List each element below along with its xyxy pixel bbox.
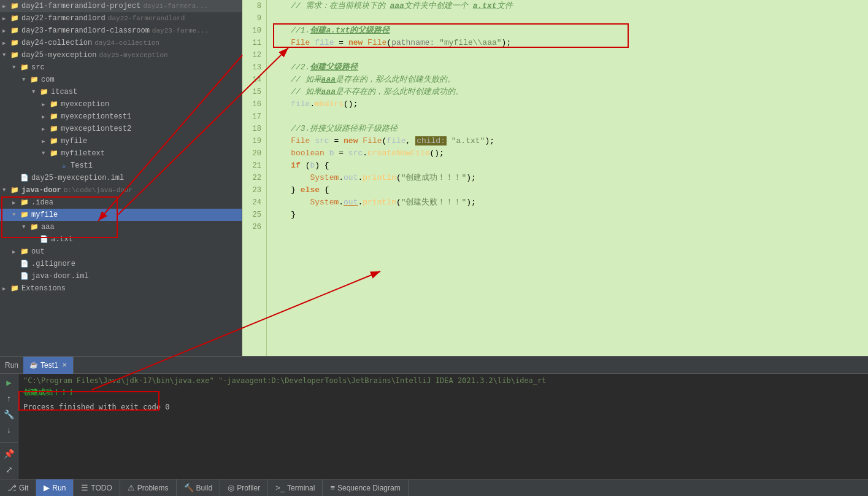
tree-arrow: ▶ [12, 273, 20, 280]
tree-item-day23[interactable]: ▶ 📁 day23-farmerandlord-classroom day23-… [0, 25, 242, 37]
status-profiler[interactable]: ◎ Profiler [220, 479, 268, 496]
tree-item-myexception[interactable]: ▶ 📁 myexception [0, 98, 242, 110]
tree-item-day22[interactable]: ▶ 📁 day22-farmerandlord day22-farmerandl… [0, 12, 242, 25]
tree-item-idea[interactable]: ▶ 📁 .idea [0, 196, 242, 209]
code-line-9 [272, 12, 863, 25]
scroll-up-button[interactable]: ↑ [2, 392, 16, 406]
tree-label: day24-collection [21, 39, 92, 47]
tree-arrow: ▶ [42, 126, 49, 133]
tree-item-day21[interactable]: ▶ 📁 day21-farmerandlord-project day21-fa… [0, 0, 242, 12]
tree-item-test1[interactable]: ▶ ☕ Test1 [0, 160, 242, 172]
tree-item-javadoor[interactable]: ▼ 📁 java-door D:\code\java-door [0, 184, 242, 196]
output-cmd-line: "C:\Program Files\Java\jdk-17\bin\java.e… [23, 376, 863, 385]
tree-label: day25-myexception.iml [31, 174, 124, 182]
build-icon: 🔨 [184, 483, 194, 492]
status-build-label: Build [196, 484, 213, 492]
tree-hint: day22-farmerandlord [108, 15, 185, 22]
tree-item-src[interactable]: ▼ 📁 src [0, 61, 242, 74]
tree-item-day24[interactable]: ▶ 📁 day24-collection day24-collection [0, 37, 242, 49]
status-problems-label: Problems [137, 484, 169, 492]
folder-icon: 📁 [20, 63, 29, 72]
tree-arrow: ▶ [32, 236, 39, 243]
tree-label: myexceptiontest1 [61, 112, 131, 121]
tree-arrow: ▼ [22, 77, 29, 83]
tree-item-myfile-day25[interactable]: ▶ 📁 myfile [0, 135, 242, 147]
tree-label: day25-myexception [21, 51, 96, 60]
tree-item-myexceptiontest1[interactable]: ▶ 📁 myexceptiontest1 [0, 110, 242, 123]
file-tree: ▶ 📁 day21-farmerandlord-project day21-fa… [0, 0, 242, 356]
status-terminal[interactable]: >_ Terminal [268, 479, 323, 496]
status-run[interactable]: ▶ Run [36, 479, 74, 496]
status-todo-label: TODO [91, 484, 112, 492]
tree-item-itcast[interactable]: ▼ 📁 itcast [0, 86, 242, 98]
tree-arrow: ▼ [12, 64, 20, 71]
tree-item-myexceptiontest2[interactable]: ▶ 📁 myexceptiontest2 [0, 123, 242, 135]
tree-item-com[interactable]: ▼ 📁 com [0, 74, 242, 86]
status-run-label: Run [52, 484, 66, 492]
tree-label: java-door.iml [31, 272, 89, 281]
tree-hint: day23-farme... [152, 27, 209, 34]
folder-icon: 📁 [10, 284, 20, 293]
scroll-down-button[interactable]: ↓ [2, 424, 16, 437]
status-sequence[interactable]: ≡ Sequence Diagram [323, 479, 408, 496]
tree-label: day21-farmerandlord-project [21, 2, 140, 10]
status-git[interactable]: ⎇ Git [0, 479, 36, 496]
folder-icon: 📁 [10, 1, 20, 11]
folder-icon: 📁 [20, 247, 29, 257]
tree-item-myfiletext[interactable]: ▼ 📁 myfiletext [0, 147, 242, 160]
tree-label: myfile [31, 211, 58, 219]
code-line-24: System.out.println("创建失败！！！"); [272, 196, 863, 209]
tree-item-day25iml[interactable]: ▶ 📄 day25-myexception.iml [0, 172, 242, 184]
run-tabs: Run ☕ Test1 ✕ [0, 357, 868, 374]
tree-arrow: ▶ [2, 285, 10, 292]
status-problems[interactable]: ⚠ Problems [120, 479, 177, 496]
tree-label: src [31, 63, 45, 72]
run-label: Run [0, 361, 23, 370]
code-line-21: if (b) { [272, 160, 863, 172]
status-sequence-label: Sequence Diagram [337, 484, 401, 492]
tree-item-atxt[interactable]: ▶ 📄 a.txt [0, 233, 242, 246]
run-content: ▶ ↑ 🔧 ↓ 📌 ⤢ "C:\Program Files\Java\jdk-1… [0, 374, 868, 479]
java-tab-icon: ☕ [29, 361, 38, 369]
tree-label: com [41, 76, 55, 84]
run-tab-test1[interactable]: ☕ Test1 ✕ [23, 357, 74, 374]
tree-item-out[interactable]: ▶ 📁 out [0, 246, 242, 258]
tree-item-javadooriml[interactable]: ▶ 📄 java-door.iml [0, 270, 242, 282]
status-profiler-label: Profiler [237, 484, 260, 492]
code-line-11: File file = new File(pathname: "myfile\\… [272, 37, 863, 49]
folder-icon: 📁 [49, 112, 59, 122]
process-text: Process finished with exit code 0 [23, 403, 169, 411]
tree-item-aaa[interactable]: ▼ 📁 aaa [0, 221, 242, 233]
output-success-line: 创建成功！！！ [23, 387, 863, 398]
tree-arrow: ▼ [2, 187, 10, 193]
tree-item-day25[interactable]: ▼ 📁 day25-myexception day25-myexception [0, 49, 242, 61]
tree-label: .idea [31, 198, 53, 207]
tree-label: day23-farmerandlord-classroom [21, 26, 150, 35]
code-line-12 [272, 49, 863, 61]
tree-arrow: ▶ [12, 261, 20, 268]
tree-item-extensions[interactable]: ▶ 📁 Extensions [0, 282, 242, 295]
tree-label: myfile [61, 137, 87, 145]
run-toolbar: ▶ ↑ 🔧 ↓ 📌 ⤢ [0, 374, 18, 479]
folder-icon: 📁 [10, 38, 20, 48]
tree-item-myfile-selected[interactable]: ▼ 📁 myfile [0, 209, 242, 221]
tree-label: a.txt [51, 235, 73, 244]
success-text: 创建成功！！！ [23, 388, 75, 397]
tree-hint: day25-myexception [99, 52, 167, 59]
close-tab-button[interactable]: ✕ [62, 362, 67, 368]
code-line-19: File src = new File(file, child: "a.txt"… [272, 135, 863, 147]
code-line-22: System.out.println("创建成功！！！"); [272, 172, 863, 184]
folder-icon: 📁 [49, 99, 59, 109]
run-panel: Run ☕ Test1 ✕ ▶ ↑ 🔧 ↓ 📌 ⤢ "C [0, 356, 868, 479]
tree-hint: day21-farmera... [143, 2, 208, 10]
status-todo[interactable]: ☰ TODO [74, 479, 120, 496]
tree-arrow: ▶ [12, 175, 20, 182]
tree-item-gitignore[interactable]: ▶ 📄 .gitignore [0, 258, 242, 270]
pin-button[interactable]: 📌 [2, 448, 16, 461]
folder-icon: 📁 [49, 124, 59, 134]
run-button[interactable]: ▶ [2, 376, 16, 390]
status-build[interactable]: 🔨 Build [177, 479, 221, 496]
settings-button[interactable]: 🔧 [2, 408, 16, 421]
expand-button[interactable]: ⤢ [2, 463, 16, 476]
tree-arrow: ▼ [2, 52, 10, 58]
